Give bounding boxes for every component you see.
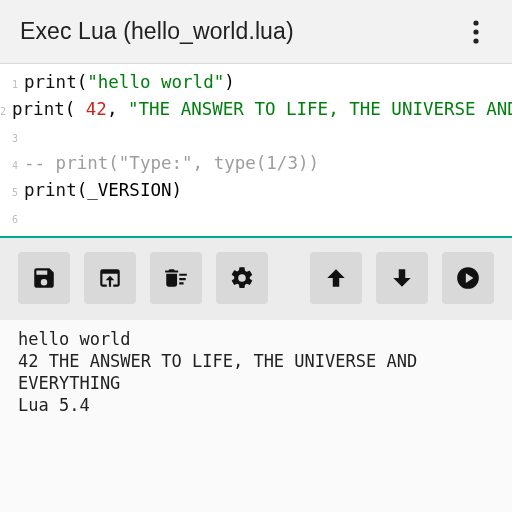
- open-icon: [97, 265, 123, 291]
- code-text: [24, 205, 512, 229]
- down-button[interactable]: [376, 252, 428, 304]
- delete-sweep-icon: [163, 265, 189, 291]
- svg-point-1: [473, 29, 478, 34]
- more-vert-icon: [473, 20, 479, 44]
- app-bar: Exec Lua (hello_world.lua): [0, 0, 512, 64]
- save-button[interactable]: [18, 252, 70, 304]
- output-console: hello world 42 THE ANSWER TO LIFE, THE U…: [0, 320, 512, 424]
- overflow-menu-button[interactable]: [460, 16, 492, 48]
- toolbar: [0, 238, 512, 320]
- svg-point-2: [473, 38, 478, 43]
- up-button[interactable]: [310, 252, 362, 304]
- clear-button[interactable]: [150, 252, 202, 304]
- gear-icon: [229, 265, 255, 291]
- line-number: 6: [0, 208, 24, 232]
- open-button[interactable]: [84, 252, 136, 304]
- line-number: 4: [0, 154, 24, 178]
- code-line[interactable]: 6: [0, 205, 512, 232]
- code-editor[interactable]: 1print("hello world")2print( 42, "THE AN…: [0, 64, 512, 236]
- code-line[interactable]: 4-- print("Type:", type(1/3)): [0, 151, 512, 178]
- code-line[interactable]: 3: [0, 124, 512, 151]
- code-line[interactable]: 2print( 42, "THE ANSWER TO LIFE, THE UNI…: [0, 97, 512, 124]
- code-line[interactable]: 5print(_VERSION): [0, 178, 512, 205]
- save-icon: [31, 265, 57, 291]
- code-text: print(_VERSION): [24, 178, 512, 202]
- svg-point-0: [473, 20, 478, 25]
- line-number: 2: [0, 100, 12, 124]
- play-circle-icon: [455, 265, 481, 291]
- code-text: -- print("Type:", type(1/3)): [24, 151, 512, 175]
- settings-button[interactable]: [216, 252, 268, 304]
- code-text: [24, 124, 512, 148]
- run-button[interactable]: [442, 252, 494, 304]
- line-number: 3: [0, 127, 24, 151]
- code-text: print("hello world"): [24, 70, 512, 94]
- app-title: Exec Lua (hello_world.lua): [20, 18, 460, 45]
- line-number: 1: [0, 73, 24, 97]
- code-line[interactable]: 1print("hello world"): [0, 70, 512, 97]
- line-number: 5: [0, 181, 24, 205]
- arrow-up-icon: [323, 265, 349, 291]
- arrow-down-icon: [389, 265, 415, 291]
- code-text: print( 42, "THE ANSWER TO LIFE, THE UNIV…: [12, 97, 512, 121]
